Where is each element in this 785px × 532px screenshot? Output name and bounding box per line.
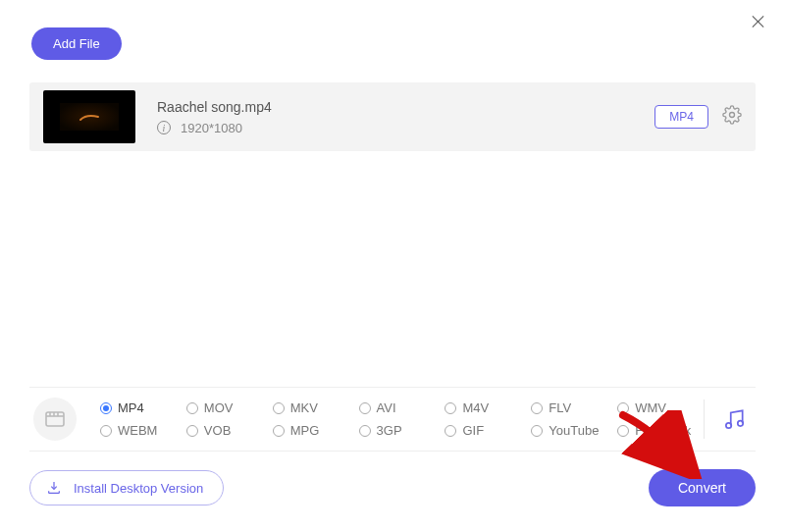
format-selector-bar: MP4MOVMKVAVIM4VFLVWMVWEBMVOBMPG3GPGIFYou… <box>29 387 756 452</box>
format-label: MOV <box>204 400 234 415</box>
radio-icon <box>186 402 198 414</box>
radio-icon <box>359 425 371 437</box>
format-option-mpg[interactable]: MPG <box>273 423 359 438</box>
radio-icon <box>531 402 543 414</box>
file-thumbnail[interactable] <box>43 90 135 143</box>
format-option-avi[interactable]: AVI <box>359 400 445 415</box>
format-label: MKV <box>290 400 318 415</box>
radio-icon <box>100 425 112 437</box>
format-label: AVI <box>377 400 396 415</box>
divider <box>704 399 705 439</box>
output-format-badge[interactable]: MP4 <box>654 105 708 129</box>
format-option-flv[interactable]: FLV <box>531 400 617 415</box>
format-label: MP4 <box>118 400 144 415</box>
radio-icon <box>186 425 198 437</box>
radio-icon <box>273 402 285 414</box>
thumbnail-logo-icon <box>78 112 100 122</box>
radio-icon <box>617 402 629 414</box>
format-label: FLV <box>549 400 571 415</box>
format-label: VOB <box>204 423 231 438</box>
format-option-facebook[interactable]: Facebook <box>617 423 704 438</box>
radio-icon <box>531 425 543 437</box>
radio-icon <box>273 425 285 437</box>
format-label: MPG <box>290 423 320 438</box>
add-file-button[interactable]: Add File <box>31 27 122 60</box>
radio-icon <box>617 425 629 437</box>
format-option-3gp[interactable]: 3GP <box>359 423 445 438</box>
audio-mode-icon[interactable] <box>712 406 756 432</box>
format-option-youtube[interactable]: YouTube <box>531 423 617 438</box>
format-label: M4V <box>462 400 489 415</box>
format-option-mp4[interactable]: MP4 <box>100 400 186 415</box>
video-mode-icon[interactable] <box>33 398 77 441</box>
install-desktop-button[interactable]: Install Desktop Version <box>29 470 224 505</box>
svg-rect-1 <box>46 412 64 426</box>
format-option-m4v[interactable]: M4V <box>445 400 531 415</box>
format-option-wmv[interactable]: WMV <box>617 400 704 415</box>
format-option-mov[interactable]: MOV <box>186 400 273 415</box>
close-icon[interactable] <box>750 14 765 29</box>
radio-icon <box>359 402 371 414</box>
download-icon <box>46 480 62 496</box>
svg-point-0 <box>730 113 735 118</box>
format-label: GIF <box>462 423 484 438</box>
format-label: YouTube <box>549 423 599 438</box>
svg-point-6 <box>726 423 731 428</box>
info-icon[interactable]: i <box>157 121 171 134</box>
file-row: Raachel song.mp4 i 1920*1080 MP4 <box>29 82 756 151</box>
file-name: Raachel song.mp4 <box>157 99 654 115</box>
radio-icon <box>100 402 112 414</box>
format-option-gif[interactable]: GIF <box>445 423 531 438</box>
gear-icon[interactable] <box>722 105 742 129</box>
file-resolution: 1920*1080 <box>181 121 242 135</box>
format-option-webm[interactable]: WEBM <box>100 423 186 438</box>
format-label: 3GP <box>377 423 402 438</box>
svg-point-7 <box>738 421 743 426</box>
format-label: Facebook <box>635 423 691 438</box>
format-label: WMV <box>635 400 666 415</box>
format-option-mkv[interactable]: MKV <box>273 400 359 415</box>
format-option-vob[interactable]: VOB <box>186 423 273 438</box>
radio-icon <box>445 402 456 414</box>
convert-button[interactable]: Convert <box>649 469 756 506</box>
radio-icon <box>445 425 456 437</box>
install-desktop-label: Install Desktop Version <box>74 481 203 496</box>
format-label: WEBM <box>118 423 157 438</box>
